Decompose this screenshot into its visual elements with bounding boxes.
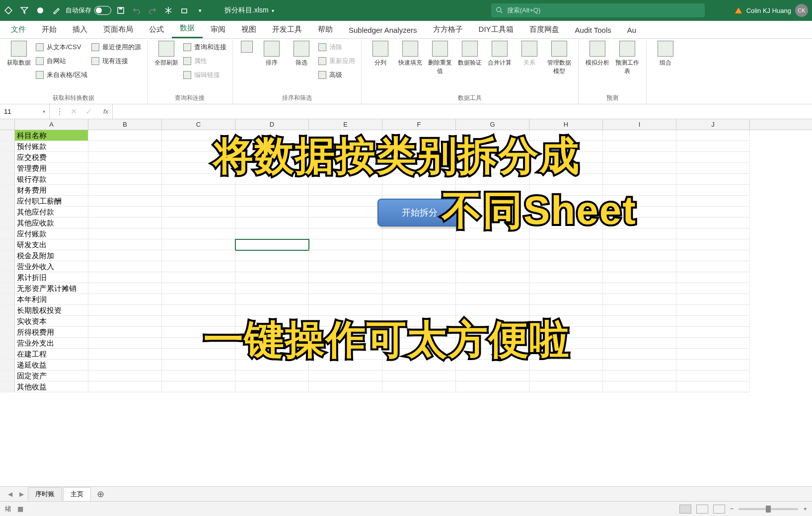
cell[interactable] [309,185,382,196]
cell[interactable]: 应付账款 [15,228,88,239]
macro-icon[interactable]: ▦ [17,505,23,513]
cell[interactable] [603,305,676,316]
from-table-button[interactable]: 来自表格/区域 [36,69,87,81]
cell[interactable] [88,207,162,218]
col-header[interactable]: E [309,119,382,130]
row-header[interactable] [0,130,15,141]
cell[interactable] [676,338,750,349]
cell[interactable] [88,130,162,141]
filter-icon[interactable] [20,6,29,15]
row-header[interactable] [0,294,15,305]
cell[interactable] [309,272,382,283]
cell[interactable] [235,239,309,250]
row-header[interactable] [0,283,15,294]
row-header[interactable] [0,141,15,152]
sort-az-button[interactable] [239,41,255,81]
cell[interactable] [456,283,529,294]
cell[interactable] [382,381,456,392]
cell[interactable] [162,294,235,305]
row-header[interactable] [0,261,15,272]
cell[interactable] [88,327,162,338]
tab-review[interactable]: 审阅 [203,21,233,38]
cell[interactable] [676,218,750,228]
cell[interactable] [676,349,750,360]
cell[interactable] [676,163,750,174]
cell[interactable] [676,250,750,261]
cell[interactable] [162,218,235,228]
cell[interactable]: 税金及附加 [15,250,88,261]
cell[interactable] [676,294,750,305]
cell[interactable] [603,261,676,272]
cancel-icon[interactable]: ✕ [71,107,78,116]
cell[interactable] [162,381,235,392]
cell[interactable] [382,283,456,294]
col-header[interactable]: D [235,119,309,130]
cell[interactable] [676,261,750,272]
cell[interactable] [309,294,382,305]
row-header[interactable] [0,381,15,392]
sort-button[interactable]: 排序 [259,41,285,81]
cell[interactable] [235,294,309,305]
snowflake-icon[interactable] [164,6,173,15]
row-header[interactable] [0,228,15,239]
zoom-in-button[interactable]: + [803,505,807,513]
cell[interactable] [235,207,309,218]
tab-help[interactable]: 帮助 [310,21,341,38]
cell[interactable] [88,174,162,185]
cell[interactable] [382,239,456,250]
row-header[interactable] [0,316,15,327]
cell[interactable] [603,338,676,349]
cell[interactable]: 累计折旧 [15,272,88,283]
col-header[interactable]: B [88,119,162,130]
flash-fill-button[interactable]: 快速填充 [397,41,423,75]
add-sheet-button[interactable]: ⊕ [92,489,109,500]
cell[interactable] [88,360,162,370]
cell[interactable]: 营业外支出 [15,338,88,349]
cell[interactable] [456,294,529,305]
cell[interactable] [676,185,750,196]
row-header[interactable] [0,174,15,185]
cell[interactable]: 财务费用 [15,185,88,196]
cell[interactable]: 固定资产 [15,370,88,381]
cell[interactable] [382,272,456,283]
user-account[interactable]: Colin KJ Huang CK [735,4,808,17]
cell[interactable]: 管理费用 [15,163,88,174]
cell[interactable] [162,305,235,316]
cell[interactable] [309,305,382,316]
cell[interactable] [88,338,162,349]
cell[interactable]: 营业外收入 [15,261,88,272]
get-data-button[interactable]: 获取数据 [6,41,32,81]
tab-more[interactable]: Au [619,22,644,38]
cell[interactable] [88,349,162,360]
cell[interactable] [88,370,162,381]
cell[interactable] [456,272,529,283]
cell[interactable] [235,218,309,228]
cell[interactable] [603,360,676,370]
from-web-button[interactable]: 自网站 [36,55,87,68]
cell[interactable]: 其他应收款 [15,218,88,228]
cell[interactable] [162,239,235,250]
cell[interactable] [603,130,676,141]
cell[interactable] [309,261,382,272]
cell[interactable] [162,185,235,196]
tab-ffgj[interactable]: 方方格子 [425,21,471,38]
cell[interactable] [162,196,235,207]
cell[interactable]: 研发支出 [15,239,88,250]
row-header[interactable] [0,196,15,207]
col-header[interactable]: C [162,119,235,130]
cell[interactable] [88,305,162,316]
cell[interactable]: 应付职工薪酬 [15,196,88,207]
cell[interactable] [235,381,309,392]
cell[interactable] [529,305,603,316]
select-all-corner[interactable] [0,119,15,130]
cell[interactable] [88,185,162,196]
cell[interactable]: 其他收益 [15,381,88,392]
cell[interactable] [676,381,750,392]
data-model-button[interactable]: 管理数据模型 [546,41,572,75]
refresh-all-button[interactable]: 全部刷新 [153,41,179,81]
name-box[interactable]: 11▾ [0,104,50,119]
col-header[interactable]: G [456,119,529,130]
cell[interactable] [88,239,162,250]
circle-icon[interactable] [36,6,45,15]
row-header[interactable] [0,370,15,381]
